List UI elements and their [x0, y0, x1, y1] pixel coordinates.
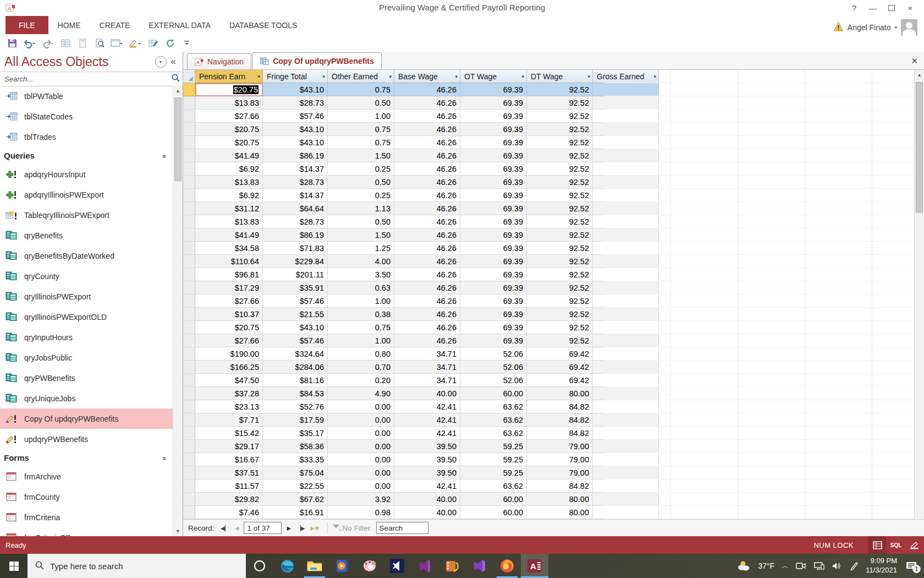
- cell[interactable]: $71.83: [263, 242, 328, 255]
- record-selector[interactable]: [183, 189, 195, 202]
- cell[interactable]: 46.26: [394, 96, 460, 110]
- nav-item-qryUniqueJobs[interactable]: qryUniqueJobs: [0, 388, 173, 408]
- record-selector[interactable]: [183, 400, 195, 413]
- cell[interactable]: $67.62: [263, 493, 328, 506]
- tab-create[interactable]: CREATE: [90, 16, 140, 34]
- cell[interactable]: 69.39: [460, 255, 527, 268]
- cell[interactable]: $324.64: [263, 347, 328, 361]
- nav-item-TableqryIllinoisPWExport[interactable]: TableqryIllinoisPWExport: [0, 205, 173, 225]
- temperature-label[interactable]: 37°F: [758, 561, 774, 570]
- cell[interactable]: 0.00: [328, 400, 394, 413]
- previous-record-button[interactable]: ◀: [232, 525, 242, 531]
- cell[interactable]: 42.41: [394, 413, 460, 427]
- cell[interactable]: $64.64: [263, 202, 328, 215]
- nav-item-qryBenefits[interactable]: qryBenefits: [0, 225, 173, 246]
- qat-more-button[interactable]: [179, 36, 195, 50]
- nav-item-tblTrades[interactable]: tblTrades: [0, 127, 173, 147]
- cell[interactable]: 0.80: [328, 347, 394, 361]
- volume-icon[interactable]: [832, 561, 843, 570]
- cell[interactable]: $28.73: [263, 215, 328, 228]
- scroll-up-icon[interactable]: ▲: [173, 86, 183, 96]
- record-selector[interactable]: [183, 308, 195, 321]
- cell[interactable]: 59.25: [460, 440, 527, 453]
- cell[interactable]: 92.52: [527, 215, 593, 228]
- cell[interactable]: 0.98: [328, 506, 394, 519]
- cell[interactable]: 46.26: [394, 308, 460, 321]
- tab-file[interactable]: FILE: [6, 16, 48, 34]
- cell[interactable]: $20.75: [195, 123, 263, 136]
- record-selector[interactable]: [183, 123, 195, 136]
- movie-maker-taskbar-icon[interactable]: [438, 554, 466, 578]
- cell[interactable]: $13.83: [195, 96, 263, 110]
- nav-item-Copy Of updqryPWBenefits[interactable]: Copy Of updqryPWBenefits: [0, 408, 173, 429]
- nav-pane-collapse-button[interactable]: «: [171, 56, 176, 67]
- cell[interactable]: 92.52: [527, 321, 593, 334]
- cell[interactable]: 59.25: [460, 453, 527, 466]
- record-selector[interactable]: [183, 387, 195, 400]
- cell[interactable]: $41.49: [195, 149, 263, 162]
- cell[interactable]: 0.63: [328, 281, 394, 295]
- cell[interactable]: 39.50: [394, 440, 460, 453]
- cell[interactable]: 0.70: [328, 361, 394, 374]
- cell[interactable]: $6.92: [195, 189, 263, 202]
- cell[interactable]: 69.39: [460, 149, 527, 162]
- cell[interactable]: 80.00: [527, 493, 593, 506]
- close-button[interactable]: ×: [901, 0, 920, 16]
- record-selector[interactable]: [183, 453, 195, 466]
- cell[interactable]: 46.26: [394, 228, 460, 242]
- cell[interactable]: 0.25: [328, 189, 394, 202]
- nav-search-input[interactable]: Search...: [1, 75, 171, 83]
- record-selector[interactable]: [183, 202, 195, 215]
- cell[interactable]: $284.06: [263, 361, 328, 374]
- cell[interactable]: 69.39: [460, 96, 527, 110]
- nav-item-qryPWBenefits[interactable]: qryPWBenefits: [0, 368, 173, 388]
- cell[interactable]: 80.00: [527, 506, 593, 519]
- cell[interactable]: 69.42: [527, 347, 593, 361]
- cell[interactable]: $110.64: [195, 255, 263, 268]
- cell[interactable]: 46.26: [394, 255, 460, 268]
- cell[interactable]: 92.52: [527, 96, 593, 110]
- movies-tv-taskbar-icon[interactable]: [328, 554, 356, 578]
- cell[interactable]: 69.42: [527, 361, 593, 374]
- cell[interactable]: 1.25: [328, 242, 394, 255]
- cell[interactable]: 0.50: [328, 96, 394, 110]
- cell[interactable]: 69.39: [460, 242, 527, 255]
- nav-item-updqryPWBenefits[interactable]: updqryPWBenefits: [0, 429, 173, 449]
- visual-studio-dark-taskbar-icon[interactable]: [383, 554, 411, 578]
- file-explorer-taskbar-icon[interactable]: [301, 554, 328, 578]
- cell[interactable]: 34.71: [394, 361, 460, 374]
- cell[interactable]: 92.52: [527, 242, 593, 255]
- search-icon[interactable]: [171, 73, 180, 85]
- cell[interactable]: 79.00: [527, 466, 593, 479]
- cell[interactable]: $22.55: [263, 479, 328, 493]
- record-selector[interactable]: [183, 110, 195, 123]
- column-dropdown-icon[interactable]: ▾: [257, 74, 260, 79]
- cell[interactable]: 46.26: [394, 268, 460, 281]
- record-selector[interactable]: [183, 268, 195, 281]
- scrollbar-thumb[interactable]: [174, 97, 182, 181]
- cell[interactable]: $10.37: [195, 308, 263, 321]
- tab-home[interactable]: HOME: [48, 16, 90, 34]
- cell[interactable]: 69.39: [460, 176, 527, 189]
- cell[interactable]: 46.26: [394, 110, 460, 123]
- cell[interactable]: 63.62: [460, 427, 527, 440]
- paint-taskbar-icon[interactable]: [356, 554, 383, 578]
- cell[interactable]: 84.82: [527, 427, 593, 440]
- design-view-button[interactable]: [905, 536, 924, 554]
- nav-item-qryIllinoisPWExport[interactable]: qryIllinoisPWExport: [0, 286, 173, 307]
- cell[interactable]: 39.50: [394, 466, 460, 479]
- cell[interactable]: 92.52: [527, 189, 593, 202]
- nav-pane-menu-button[interactable]: ▾: [155, 56, 167, 68]
- redo-button[interactable]: [40, 36, 56, 50]
- cell[interactable]: $58.36: [263, 440, 328, 453]
- cell[interactable]: 46.26: [394, 281, 460, 295]
- cell[interactable]: $34.58: [195, 242, 263, 255]
- record-selector[interactable]: [183, 215, 195, 228]
- cell[interactable]: 46.26: [394, 202, 460, 215]
- record-selector[interactable]: [183, 440, 195, 453]
- cell[interactable]: 92.52: [527, 308, 593, 321]
- cell[interactable]: 69.39: [460, 281, 527, 295]
- cell[interactable]: 92.52: [527, 255, 593, 268]
- cell[interactable]: 52.06: [460, 347, 527, 361]
- close-tab-icon[interactable]: ✕: [911, 56, 918, 66]
